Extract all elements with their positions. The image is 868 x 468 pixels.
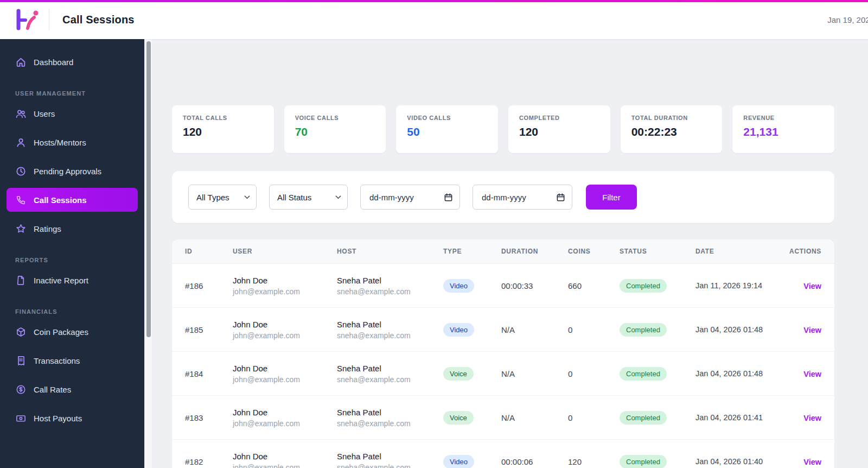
status-badge: Completed xyxy=(620,367,667,381)
duration-cell: 00:00:33 xyxy=(501,281,568,290)
status-filter-select[interactable]: All Status xyxy=(269,185,348,210)
call-type-badge: Voice xyxy=(443,411,474,425)
scrollbar-thumb[interactable] xyxy=(146,41,151,337)
actions-cell: View xyxy=(773,281,821,290)
status-cell: Completed xyxy=(620,279,695,293)
coins-cell: 0 xyxy=(568,325,620,334)
table-row: #182John Doejohn@example.comSneha Patels… xyxy=(172,440,834,468)
user-email: john@example.com xyxy=(233,463,337,468)
sidebar-section-financials: FINANCIALS xyxy=(15,308,129,315)
view-link[interactable]: View xyxy=(803,370,821,378)
user-email: john@example.com xyxy=(233,375,337,384)
calendar-icon[interactable] xyxy=(556,193,565,202)
user-email: john@example.com xyxy=(233,287,337,296)
date-cell: Jan 04, 2026 01:40 xyxy=(695,457,773,466)
sidebar-item-call-sessions[interactable]: Call Sessions xyxy=(7,188,138,212)
view-link[interactable]: View xyxy=(803,458,821,466)
view-link[interactable]: View xyxy=(803,282,821,290)
sidebar-item-label: Dashboard xyxy=(34,58,73,67)
user-cell: John Doejohn@example.com xyxy=(233,452,337,468)
sidebar-item-host-payouts[interactable]: Host Payouts xyxy=(7,406,138,430)
actions-cell: View xyxy=(773,413,821,422)
type-cell: Video xyxy=(443,455,501,468)
type-filter-select[interactable]: All Types xyxy=(188,185,257,210)
status-filter: All Status xyxy=(269,185,348,210)
host-cell: Sneha Patelsneha@example.com xyxy=(337,320,443,340)
sidebar-item-transactions[interactable]: Transactions xyxy=(7,349,138,372)
stat-label: VOICE CALLS xyxy=(295,115,375,121)
table-row: #185John Doejohn@example.comSneha Patels… xyxy=(172,308,834,352)
receipt-icon xyxy=(15,355,26,366)
view-link[interactable]: View xyxy=(803,326,821,334)
sessions-table: ID USER HOST TYPE DURATION COINS STATUS … xyxy=(172,239,834,468)
user-cell: John Doejohn@example.com xyxy=(233,276,337,296)
stat-label: REVENUE xyxy=(743,115,824,121)
user-cell: John Doejohn@example.com xyxy=(233,408,337,428)
sidebar-item-label: Host Payouts xyxy=(34,414,82,423)
status-badge: Completed xyxy=(620,279,667,293)
actions-cell: View xyxy=(773,369,821,378)
stat-card-revenue: REVENUE 21,131 xyxy=(732,105,834,153)
call-type-badge: Video xyxy=(443,455,474,468)
calendar-icon[interactable] xyxy=(444,193,453,202)
sidebar-item-dashboard[interactable]: Dashboard xyxy=(7,50,138,74)
col-header-status: STATUS xyxy=(620,248,695,255)
topbar: Call Sessions Jan 19, 2026 xyxy=(0,0,868,39)
duration-cell: N/A xyxy=(501,413,568,422)
header-date: Jan 19, 2026 xyxy=(827,15,868,24)
report-icon xyxy=(15,275,26,286)
user-name: John Doe xyxy=(233,276,337,285)
sidebar-item-call-rates[interactable]: Call Rates xyxy=(7,377,138,401)
col-header-date: DATE xyxy=(695,248,773,255)
sidebar-item-inactive-report[interactable]: Inactive Report xyxy=(7,268,138,292)
host-name: Sneha Patel xyxy=(337,320,443,329)
date-cell: Jan 04, 2026 01:48 xyxy=(695,369,773,378)
filter-button[interactable]: Filter xyxy=(586,185,637,210)
coins-cell: 120 xyxy=(568,457,620,466)
sidebar-scrollbar[interactable] xyxy=(144,39,152,468)
user-email: john@example.com xyxy=(233,419,337,428)
sidebar-item-pending-approvals[interactable]: Pending Approvals xyxy=(7,159,138,183)
package-icon xyxy=(15,326,26,337)
status-badge: Completed xyxy=(620,411,667,425)
sidebar: Dashboard USER MANAGEMENT Users Hosts/Me… xyxy=(0,39,144,468)
host-cell: Sneha Patelsneha@example.com xyxy=(337,408,443,428)
app-logo[interactable] xyxy=(14,9,39,30)
view-link[interactable]: View xyxy=(803,414,821,422)
sidebar-item-label: Pending Approvals xyxy=(34,167,101,176)
stat-label: COMPLETED xyxy=(519,115,599,121)
sidebar-item-ratings[interactable]: Ratings xyxy=(7,217,138,241)
sidebar-item-label: Inactive Report xyxy=(34,276,88,285)
host-name: Sneha Patel xyxy=(337,276,443,285)
stat-value: 120 xyxy=(183,125,263,138)
sidebar-item-coin-packages[interactable]: Coin Packages xyxy=(7,320,138,344)
host-cell: Sneha Patelsneha@example.com xyxy=(337,452,443,468)
dollar-icon xyxy=(15,384,26,395)
duration-cell: N/A xyxy=(501,369,568,378)
user-name: John Doe xyxy=(233,364,337,373)
sidebar-item-hosts-mentors[interactable]: Hosts/Mentors xyxy=(7,130,138,154)
host-email: sneha@example.com xyxy=(337,375,443,384)
coins-cell: 660 xyxy=(568,281,620,290)
status-cell: Completed xyxy=(620,455,695,468)
date-from-input[interactable] xyxy=(368,192,444,203)
stat-card-total-calls: TOTAL CALLS 120 xyxy=(172,105,274,153)
host-email: sneha@example.com xyxy=(337,419,443,428)
sidebar-item-users[interactable]: Users xyxy=(7,102,138,125)
host-name: Sneha Patel xyxy=(337,364,443,373)
user-cell: John Doejohn@example.com xyxy=(233,320,337,340)
type-cell: Video xyxy=(443,279,501,293)
call-type-badge: Voice xyxy=(443,367,474,381)
stat-card-video-calls: VIDEO CALLS 50 xyxy=(396,105,498,153)
person-icon xyxy=(15,137,26,148)
status-cell: Completed xyxy=(620,367,695,381)
table-header: ID USER HOST TYPE DURATION COINS STATUS … xyxy=(172,239,834,264)
actions-cell: View xyxy=(773,325,821,334)
date-to-input[interactable] xyxy=(481,192,556,203)
type-cell: Voice xyxy=(443,367,501,381)
stat-value: 70 xyxy=(295,125,375,138)
row-id: #184 xyxy=(185,369,233,378)
sidebar-item-label: Call Sessions xyxy=(34,195,87,205)
date-cell: Jan 04, 2026 01:41 xyxy=(695,413,773,422)
stat-label: TOTAL CALLS xyxy=(183,115,263,121)
